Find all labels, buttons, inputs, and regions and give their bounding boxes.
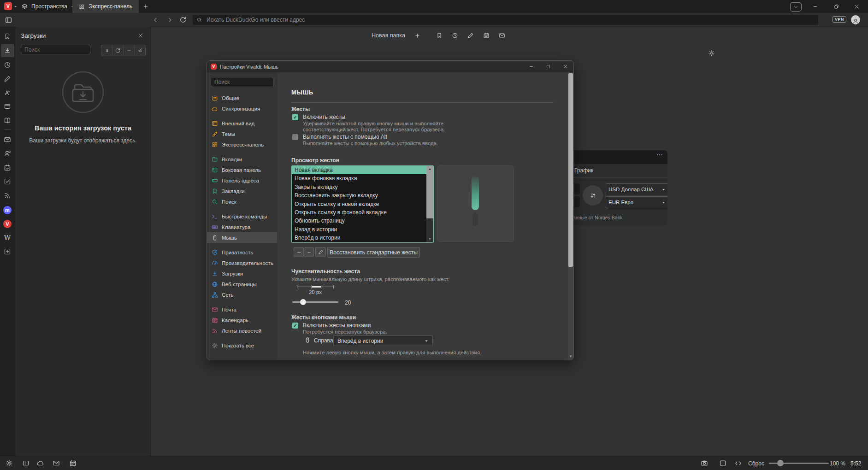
status-sync-icon[interactable]: [37, 459, 44, 467]
vivaldi-webpanel-icon[interactable]: V: [3, 220, 12, 228]
mail-panel-icon[interactable]: [4, 136, 11, 143]
new-folder-button[interactable]: Новая папка: [372, 32, 405, 39]
settings-nav-mail[interactable]: Почта: [207, 304, 277, 315]
settings-nav-keyboard[interactable]: Клавиатура: [207, 222, 277, 232]
settings-nav-speed-dial[interactable]: Экспресс-панель: [207, 139, 277, 150]
settings-scrollbar[interactable]: ▼: [568, 72, 573, 360]
forward-button[interactable]: [166, 17, 173, 24]
window-restore-button[interactable]: [833, 4, 839, 10]
settings-nav-privacy[interactable]: Приватность: [207, 247, 277, 258]
clear-downloads-button[interactable]: [134, 45, 145, 56]
widget-menu-button[interactable]: ⋯: [656, 151, 663, 158]
retry-download-button[interactable]: [112, 45, 123, 56]
gesture-row[interactable]: Вперёд в истории: [292, 234, 426, 242]
history-panel-icon[interactable]: [4, 61, 11, 69]
remove-gesture-button[interactable]: [304, 247, 314, 257]
right-button-action-dropdown[interactable]: Вперёд в истории: [333, 335, 433, 346]
scrollbar-thumb[interactable]: [426, 172, 433, 218]
tab-speed-dial[interactable]: Экспресс-панель: [72, 0, 139, 13]
settings-nav-bookmarks[interactable]: Закладки: [207, 186, 277, 196]
gesture-list-scrollbar[interactable]: ▲ ▼: [426, 166, 433, 242]
status-panel-toggle-icon[interactable]: [22, 459, 30, 467]
profile-avatar[interactable]: [851, 15, 860, 24]
norges-bank-link[interactable]: Norges Bank: [595, 215, 623, 220]
window-close-button[interactable]: [854, 4, 860, 10]
contacts-panel-icon[interactable]: [4, 150, 11, 157]
mastodon-webpanel-icon[interactable]: m: [3, 206, 12, 214]
widget-tab-graph[interactable]: График: [574, 167, 593, 174]
restore-gestures-button[interactable]: Восстановить стандартные жесты: [327, 247, 420, 258]
panel-close-icon[interactable]: [138, 33, 143, 38]
feeds-panel-icon[interactable]: [4, 192, 11, 199]
settings-nav-feeds[interactable]: Ленты новостей: [207, 325, 277, 336]
zoom-slider-thumb[interactable]: [777, 460, 784, 466]
bookmarks-panel-icon[interactable]: [4, 33, 11, 40]
gesture-row[interactable]: Назад в истории: [292, 225, 426, 234]
calendar-shortcut-icon[interactable]: [483, 32, 490, 39]
remove-download-button[interactable]: [123, 45, 134, 56]
settings-nav-show-all[interactable]: Показать все: [207, 340, 277, 351]
tabbar-menu-button[interactable]: [790, 2, 802, 12]
currency-to-dropdown[interactable]: EUR Евро: [605, 196, 667, 208]
gesture-row[interactable]: Новая фоновая вкладка: [292, 174, 426, 182]
status-mail-icon[interactable]: [53, 459, 60, 467]
vpn-badge[interactable]: VPN: [833, 16, 846, 23]
settings-nav-downloads[interactable]: Загрузки: [207, 268, 277, 279]
page-tiling-icon[interactable]: [719, 459, 726, 467]
slider-thumb[interactable]: [300, 299, 306, 305]
address-input[interactable]: [206, 16, 438, 24]
status-settings-icon[interactable]: [6, 459, 13, 467]
sensitivity-slider[interactable]: [292, 299, 338, 306]
status-calendar-icon[interactable]: [69, 459, 77, 467]
settings-nav-network[interactable]: Сеть: [207, 289, 277, 300]
tasks-panel-icon[interactable]: [4, 178, 11, 185]
settings-maximize-button[interactable]: [546, 64, 551, 69]
pause-download-button[interactable]: [101, 45, 112, 56]
bookmarks-shortcut-icon[interactable]: [436, 32, 443, 39]
gesture-row[interactable]: Открыть ссылку в фоновой вкладке: [292, 208, 426, 217]
reading-list-panel-icon[interactable]: [4, 117, 11, 124]
notes-shortcut-icon[interactable]: [467, 32, 474, 39]
settings-scroll-down-arrow[interactable]: ▼: [568, 354, 573, 358]
workspaces-button[interactable]: Пространства: [21, 0, 75, 13]
panel-toggle-icon[interactable]: [5, 16, 12, 24]
windows-panel-icon[interactable]: [4, 103, 11, 110]
wikipedia-webpanel-icon[interactable]: W: [3, 234, 12, 242]
settings-nav-sync[interactable]: Синхронизация: [207, 103, 277, 114]
zoom-reset-button[interactable]: Сброс: [748, 460, 764, 467]
gesture-row[interactable]: Открыть ссылку в новой вкладке: [292, 200, 426, 208]
gesture-row-selected[interactable]: Новая вкладка: [292, 166, 426, 174]
settings-nav-quick-commands[interactable]: Быстрые команды: [207, 211, 277, 222]
capture-page-icon[interactable]: [701, 459, 708, 467]
history-shortcut-icon[interactable]: [452, 32, 458, 39]
mail-shortcut-icon[interactable]: [499, 32, 505, 39]
new-tab-button[interactable]: [142, 3, 149, 10]
translate-panel-icon[interactable]: [4, 89, 11, 96]
address-bar[interactable]: [193, 15, 818, 25]
back-button[interactable]: [152, 17, 159, 24]
add-speed-dial-icon[interactable]: [414, 33, 420, 39]
settings-nav-general[interactable]: Общие: [207, 93, 277, 103]
settings-nav-tabs[interactable]: Вкладки: [207, 154, 277, 164]
settings-nav-side-panel[interactable]: Боковая панель: [207, 164, 277, 175]
enable-button-gestures-checkbox[interactable]: [292, 323, 298, 329]
reload-button[interactable]: [179, 16, 187, 24]
settings-nav-themes[interactable]: Темы: [207, 129, 277, 139]
swap-currencies-button[interactable]: [583, 185, 603, 206]
add-gesture-button[interactable]: [294, 247, 304, 257]
page-actions-icon[interactable]: [735, 460, 742, 467]
edit-gesture-button[interactable]: [315, 247, 326, 257]
zoom-slider[interactable]: [769, 460, 829, 466]
alt-gestures-checkbox[interactable]: [292, 134, 298, 140]
settings-minimize-button[interactable]: [529, 64, 534, 69]
calendar-panel-icon[interactable]: [4, 164, 11, 171]
downloads-panel-icon[interactable]: [4, 47, 11, 54]
gesture-row[interactable]: Закрыть вкладку: [292, 183, 426, 191]
currency-from-dropdown[interactable]: USD Доллар США: [605, 183, 667, 195]
gesture-row[interactable]: Восстановить закрытую вкладку: [292, 191, 426, 200]
notes-panel-icon[interactable]: [4, 75, 11, 82]
settings-nav-search[interactable]: Поиск: [207, 196, 277, 207]
settings-nav-appearance[interactable]: Внешний вид: [207, 118, 277, 129]
settings-scrollbar-thumb[interactable]: [568, 73, 573, 267]
settings-nav-performance[interactable]: Производительность: [207, 258, 277, 268]
